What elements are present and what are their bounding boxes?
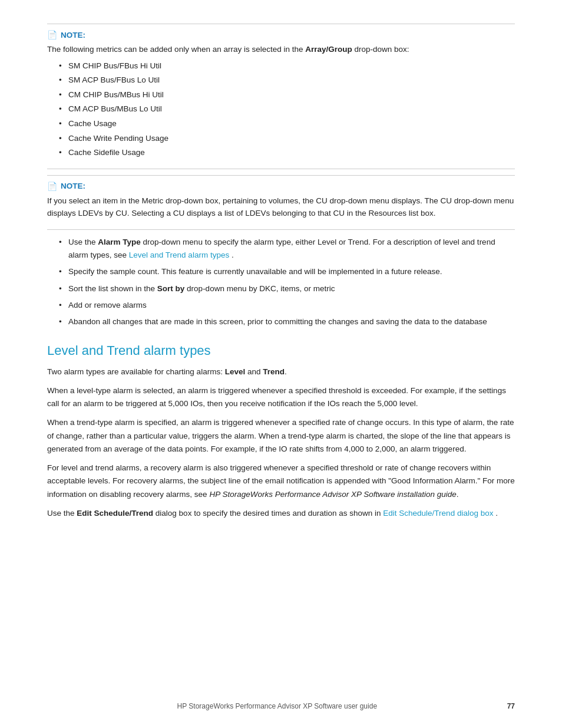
note-box-1: 📄 NOTE: The following metrics can be add… [47, 30, 515, 159]
section-para-5: Use the Edit Schedule/Trend dialog box t… [47, 507, 515, 520]
last-para-middle: dialog box to specify the desired times … [156, 509, 383, 518]
list-item: Cache Usage [59, 117, 515, 130]
main-bullet-5: Abandon all changes that are made in thi… [59, 315, 515, 328]
bullet1-prefix: Use the [68, 238, 98, 246]
bullet1-suffix: . [232, 251, 234, 259]
section-para-1: Two alarm types are available for charti… [47, 365, 515, 378]
top-divider [47, 24, 515, 24]
guide-reference: HP StorageWorks Performance Advisor XP S… [209, 490, 456, 499]
note-header-2: 📄 NOTE: [47, 182, 515, 191]
list-item: Cache Sidefile Usage [59, 146, 515, 159]
section-para-2: When a level-type alarm is selected, an … [47, 384, 515, 411]
level-bold: Level [225, 367, 246, 376]
page-footer: HP StorageWorks Performance Advisor XP S… [0, 702, 562, 710]
list-item: Cache Write Pending Usage [59, 132, 515, 145]
alarm-type-link[interactable]: Level and Trend alarm types [129, 251, 229, 259]
note2-text: If you select an item in the Metric drop… [47, 195, 515, 220]
main-bullet-2: Specify the sample count. This feature i… [59, 265, 515, 278]
note-box-2: 📄 NOTE: If you select an item in the Met… [47, 182, 515, 220]
bullet1-bold: Alarm Type [98, 238, 141, 246]
trend-bold: Trend [263, 367, 285, 376]
note-header-1: 📄 NOTE: [47, 30, 515, 39]
note-label-2: NOTE: [61, 182, 85, 190]
main-bullet-4: Add or remove alarms [59, 299, 515, 312]
page: 📄 NOTE: The following metrics can be add… [0, 0, 562, 728]
footer-page-number: 77 [507, 702, 515, 710]
post-note2-divider [47, 229, 515, 230]
last-para-suffix: . [495, 509, 498, 518]
bullet4-text: Add or remove alarms [68, 301, 147, 309]
section-title: Level and Trend alarm types [47, 343, 515, 358]
bullet5-text: Abandon all changes that are made in thi… [68, 317, 487, 326]
note1-intro: The following metrics can be added only … [47, 43, 515, 56]
section-para-4: For level and trend alarms, a recovery a… [47, 462, 515, 501]
note-content-2: If you select an item in the Metric drop… [47, 195, 515, 220]
list-item: CM ACP Bus/MBus Lo Util [59, 103, 515, 116]
main-bullet-list: Use the Alarm Type drop-down menu to spe… [59, 236, 515, 329]
last-para-prefix: Use the [47, 509, 77, 518]
main-bullet-1: Use the Alarm Type drop-down menu to spe… [59, 236, 515, 262]
note-icon-1: 📄 [47, 30, 57, 39]
mid-divider-2 [47, 175, 515, 176]
footer-center-text: HP StorageWorks Performance Advisor XP S… [47, 702, 507, 710]
note-label-1: NOTE: [61, 31, 85, 39]
bullet3-prefix: Sort the list shown in the [68, 284, 157, 293]
bullet2-text: Specify the sample count. This feature i… [68, 267, 442, 276]
section-para-3: When a trend-type alarm is specified, an… [47, 416, 515, 456]
bullet3-suffix: drop-down menu by DKC, items, or metric [187, 284, 335, 293]
list-item: SM ACP Bus/FBus Lo Util [59, 74, 515, 87]
bullet3-bold: Sort by [157, 284, 185, 293]
mid-divider-1 [47, 169, 515, 169]
main-bullet-3: Sort the list shown in the Sort by drop-… [59, 282, 515, 295]
edit-schedule-link[interactable]: Edit Schedule/Trend dialog box [383, 509, 493, 518]
list-item: CM CHIP Bus/MBus Hi Util [59, 88, 515, 101]
note-content-1: The following metrics can be added only … [47, 43, 515, 159]
list-item: SM CHIP Bus/FBus Hi Util [59, 60, 515, 73]
edit-schedule-bold: Edit Schedule/Trend [77, 509, 153, 518]
note-icon-2: 📄 [47, 182, 57, 191]
note1-list: SM CHIP Bus/FBus Hi Util SM ACP Bus/FBus… [59, 60, 515, 159]
